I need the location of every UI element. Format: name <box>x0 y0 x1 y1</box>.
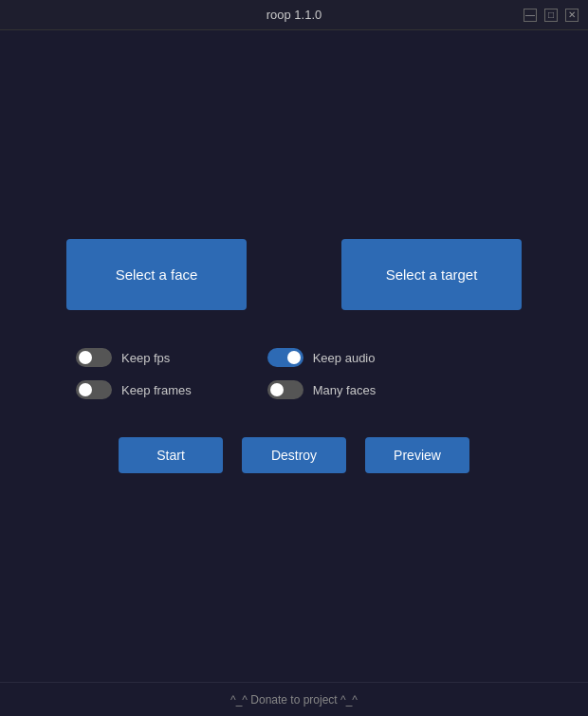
keep-audio-label: Keep audio <box>313 351 376 365</box>
keep-frames-thumb <box>79 383 92 396</box>
preview-button[interactable]: Preview <box>365 437 469 473</box>
keep-audio-track <box>267 348 303 367</box>
many-faces-thumb <box>270 383 284 396</box>
keep-audio-row: Keep audio <box>267 348 376 367</box>
keep-frames-toggle[interactable] <box>76 380 112 399</box>
maximize-button[interactable]: □ <box>544 9 558 22</box>
toggles-section: Keep fps Keep frames <box>19 348 569 399</box>
main-content: Select a face Select a target Keep fps <box>0 30 588 682</box>
left-toggles-col: Keep fps Keep frames <box>76 348 192 399</box>
keep-audio-toggle[interactable] <box>267 348 303 367</box>
close-button[interactable]: ✕ <box>565 9 579 22</box>
title-bar: roop 1.1.0 — □ ✕ <box>0 0 588 30</box>
select-target-button[interactable]: Select a target <box>341 239 522 310</box>
keep-fps-toggle[interactable] <box>76 348 112 367</box>
action-buttons-row: Start Destroy Preview <box>19 437 569 473</box>
keep-fps-thumb <box>79 351 92 364</box>
select-face-button[interactable]: Select a face <box>66 239 247 310</box>
donate-text: ^_^ Donate to project ^_^ <box>230 693 358 707</box>
many-faces-toggle[interactable] <box>267 380 303 399</box>
right-toggles-col: Keep audio Many faces <box>267 348 376 399</box>
keep-audio-thumb <box>287 351 301 364</box>
destroy-button[interactable]: Destroy <box>242 437 346 473</box>
many-faces-row: Many faces <box>267 380 376 399</box>
many-faces-track <box>267 380 303 399</box>
app-title: roop 1.1.0 <box>266 8 322 22</box>
keep-fps-label: Keep fps <box>121 351 170 365</box>
keep-frames-label: Keep frames <box>121 383 192 397</box>
keep-frames-track <box>76 380 112 399</box>
bottom-bar: ^_^ Donate to project ^_^ <box>0 682 588 716</box>
minimize-button[interactable]: — <box>524 9 537 22</box>
select-buttons-row: Select a face Select a target <box>19 239 569 310</box>
many-faces-label: Many faces <box>313 383 376 397</box>
start-button[interactable]: Start <box>119 437 223 473</box>
keep-frames-row: Keep frames <box>76 380 192 399</box>
window-controls: — □ ✕ <box>524 9 579 22</box>
keep-fps-track <box>76 348 112 367</box>
keep-fps-row: Keep fps <box>76 348 192 367</box>
